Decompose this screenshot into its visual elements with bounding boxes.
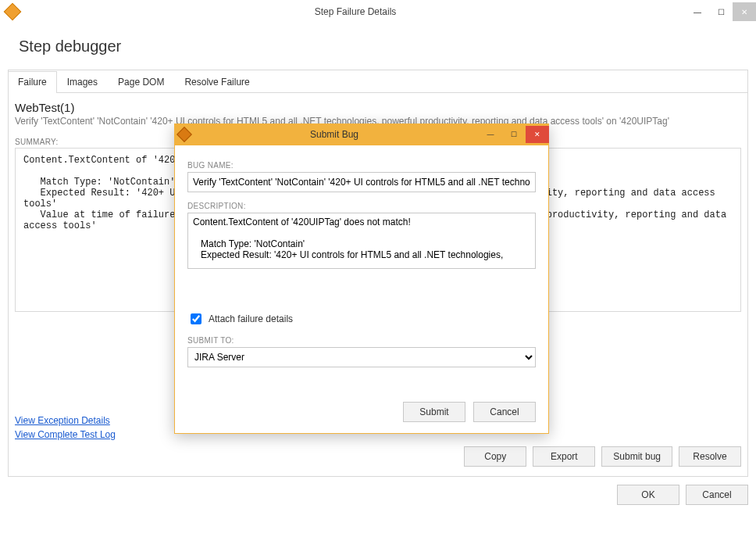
maximize-button[interactable]: ☐ [709,2,733,21]
test-name: WebTest(1) [15,101,741,114]
cancel-button[interactable]: Cancel [686,485,748,505]
ok-button[interactable]: OK [617,485,679,505]
resolve-button[interactable]: Resolve [679,446,741,467]
action-row: Copy Export Submit bug Resolve [464,446,741,467]
dialog-window-buttons: — ☐ ✕ [479,126,549,143]
view-exception-link[interactable]: View Exception Details [15,415,116,426]
tab-images[interactable]: Images [57,70,108,92]
dialog-maximize-button[interactable]: ☐ [502,126,526,143]
attach-failure-label: Attach failure details [209,313,293,324]
submit-bug-dialog: Submit Bug — ☐ ✕ BUG NAME: DESCRIPTION: … [174,124,549,434]
app-icon [4,3,22,21]
bug-name-input[interactable] [187,172,536,192]
window-buttons: — ☐ ✕ [686,2,756,21]
dialog-body: BUG NAME: DESCRIPTION: Attach failure de… [174,145,549,434]
dialog-submit-button[interactable]: Submit [403,402,465,422]
minimize-button[interactable]: — [686,2,709,21]
attach-failure-row[interactable]: Attach failure details [187,311,536,327]
detail-links: View Exception Details View Complete Tes… [15,412,116,440]
dialog-titlebar[interactable]: Submit Bug — ☐ ✕ [174,124,549,145]
dialog-cancel-button[interactable]: Cancel [473,402,536,422]
attach-failure-checkbox[interactable] [191,313,201,324]
description-textarea[interactable] [187,213,536,269]
close-button[interactable]: ✕ [733,2,756,21]
dialog-title: Submit Bug [190,129,479,140]
tab-bar: Failure Images Page DOM Resolve Failure [9,70,747,93]
page-title: Step debugger [8,27,748,70]
submit-to-label: SUBMIT TO: [187,336,536,345]
description-label: DESCRIPTION: [187,202,536,210]
submit-bug-button[interactable]: Submit bug [601,446,672,467]
tab-failure[interactable]: Failure [9,71,57,93]
window-titlebar: Step Failure Details — ☐ ✕ [0,0,756,23]
bug-name-label: BUG NAME: [187,161,536,170]
tab-resolve-failure[interactable]: Resolve Failure [174,70,259,92]
view-testlog-link[interactable]: View Complete Test Log [15,429,116,440]
tab-page-dom[interactable]: Page DOM [108,70,174,92]
dialog-minimize-button[interactable]: — [479,126,502,143]
footer-buttons: OK Cancel [8,477,748,505]
copy-button[interactable]: Copy [464,446,526,467]
dialog-close-button[interactable]: ✕ [526,126,549,143]
export-button[interactable]: Export [533,446,595,467]
submit-to-select[interactable]: JIRA Server [187,347,536,367]
dialog-actions: Submit Cancel [187,402,536,422]
window-title: Step Failure Details [25,6,686,17]
